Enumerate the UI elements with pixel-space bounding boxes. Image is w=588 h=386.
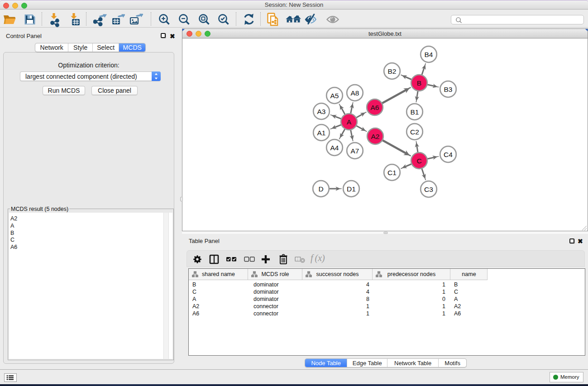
svg-text:C2: C2 — [410, 128, 419, 136]
svg-text:C: C — [416, 157, 421, 165]
svg-text:A4: A4 — [330, 144, 339, 152]
svg-text:A6: A6 — [371, 104, 379, 111]
svg-text:A: A — [347, 118, 352, 126]
svg-text:A5: A5 — [330, 92, 339, 100]
svg-text:A2: A2 — [371, 133, 380, 140]
svg-text:B2: B2 — [388, 67, 397, 75]
svg-text:A3: A3 — [317, 108, 326, 115]
svg-text:C3: C3 — [424, 186, 433, 193]
svg-text:A7: A7 — [351, 147, 359, 155]
svg-text:B1: B1 — [411, 108, 419, 116]
svg-text:B4: B4 — [425, 51, 433, 58]
svg-text:D: D — [318, 185, 323, 193]
svg-text:B3: B3 — [444, 86, 453, 93]
svg-text:A8: A8 — [351, 89, 359, 97]
svg-text:C1: C1 — [387, 169, 397, 176]
svg-text:A1: A1 — [317, 129, 326, 137]
svg-text:B: B — [417, 79, 421, 87]
svg-text:C4: C4 — [444, 151, 453, 158]
svg-text:D1: D1 — [347, 185, 356, 193]
